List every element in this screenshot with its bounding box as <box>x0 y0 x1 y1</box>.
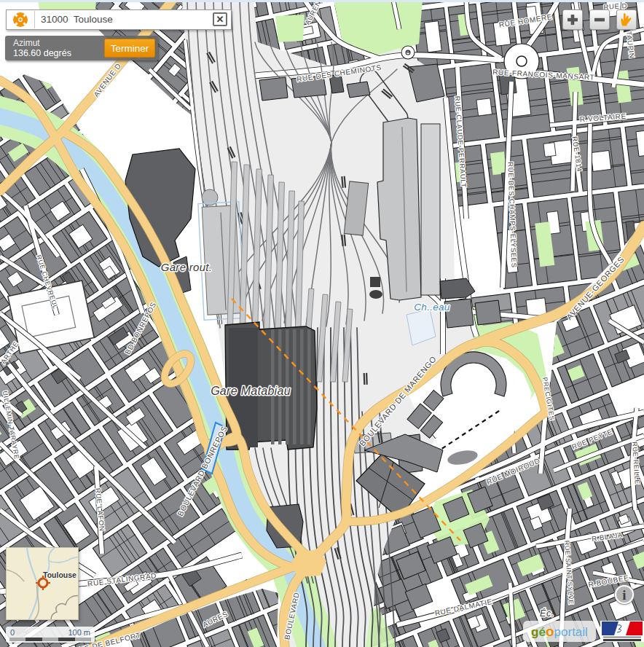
svg-text:Gare rout.: Gare rout. <box>161 261 213 273</box>
svg-text:Gare Matabiau: Gare Matabiau <box>211 385 291 397</box>
svg-text:Ch..eau: Ch..eau <box>414 302 450 313</box>
svg-text:Éc.: Éc. <box>540 608 554 619</box>
